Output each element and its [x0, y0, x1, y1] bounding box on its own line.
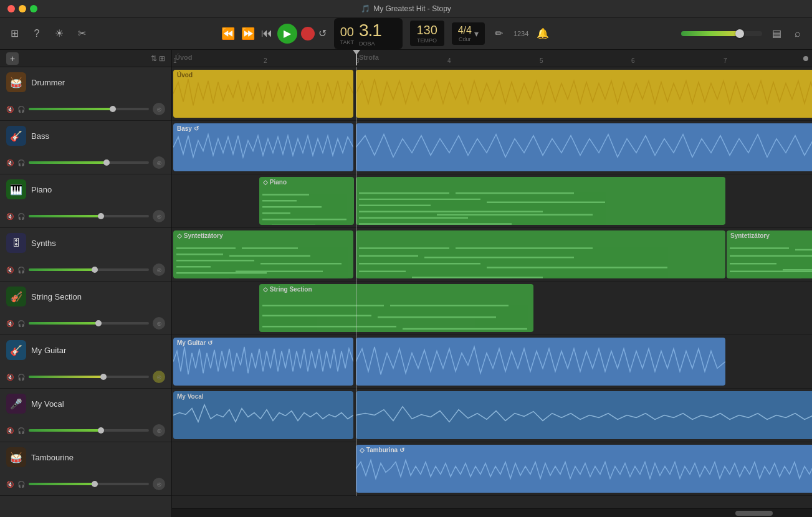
timeline-track-synths[interactable]: ◇ Syntetizátory [172, 228, 812, 282]
h-scroll-thumb[interactable] [735, 511, 773, 516]
volume-slider-drummer[interactable] [29, 108, 149, 110]
region-tambourine[interactable]: ◇ Tamburina ↺ [356, 445, 812, 493]
help-icon[interactable]: ? [30, 27, 44, 40]
headphone-icon-piano[interactable]: 🎧 [17, 213, 25, 220]
track-item-string-section[interactable]: 🎻 String Section 🔇 🎧 ◎ [0, 282, 171, 335]
timeline-track-my-vocal[interactable]: My Vocal [172, 389, 812, 442]
timeline-track-string-section[interactable]: ◇ String Section [172, 282, 812, 335]
mute-icon-bass[interactable]: 🔇 [6, 159, 14, 166]
headphone-icon-synths[interactable]: 🎧 [17, 267, 25, 273]
sort-button[interactable]: ⇅ ⊞ [151, 54, 165, 63]
volume-slider-my-guitar[interactable] [29, 376, 149, 378]
rewind-button[interactable]: ⏪ [220, 27, 236, 40]
region-my-guitar-uvod[interactable]: My Guitar ↺ [173, 338, 353, 386]
volume-slider-string-section[interactable] [29, 322, 149, 325]
volume-slider-piano[interactable] [29, 215, 149, 217]
tostart-button[interactable]: ⏮ [260, 27, 274, 40]
master-volume-thumb[interactable] [735, 29, 744, 38]
timeline-track-drummer[interactable]: Úvod [172, 67, 812, 121]
fastforward-button[interactable]: ⏩ [240, 27, 256, 40]
region-string-section[interactable]: ◇ String Section [259, 284, 533, 332]
mute-icon-tambourine[interactable]: 🔇 [6, 481, 14, 488]
track-item-my-guitar[interactable]: 🎸 My Guitar 🔇 🎧 ◎ [0, 335, 171, 389]
region-drummer-uvod[interactable]: Úvod [173, 70, 353, 118]
pencil-icon[interactable]: ✏ [492, 27, 506, 40]
signature-dropdown-icon[interactable]: ▾ [474, 29, 479, 39]
volume-slider-tambourine[interactable] [29, 483, 149, 485]
maximize-button[interactable] [30, 5, 37, 12]
cycle-button[interactable]: ↺ [318, 27, 327, 39]
timeline-track-bass[interactable]: Basy ↺ [172, 121, 812, 174]
mute-icon-string-section[interactable]: 🔇 [6, 320, 14, 327]
volume-slider-my-vocal[interactable] [29, 429, 149, 432]
region-bass-uvod[interactable]: Basy ↺ [173, 123, 353, 171]
track-item-synths[interactable]: 🎛 Synths 🔇 🎧 ◎ [0, 228, 171, 282]
tempo-display[interactable]: 130 TEMPO [410, 21, 444, 46]
volume-thumb-my-guitar[interactable] [100, 374, 107, 380]
timeline-track-piano[interactable]: ◇ Piano [172, 174, 812, 228]
region-bass-strofa[interactable] [356, 123, 812, 171]
master-volume-slider[interactable] [681, 31, 762, 36]
track-item-drummer[interactable]: 🥁 Drummer 🔇 🎧 ◎ [0, 67, 171, 121]
pan-knob-tambourine[interactable]: ◎ [153, 478, 165, 490]
pan-knob-string-section[interactable]: ◎ [153, 317, 165, 330]
scissors-icon[interactable]: ✂ [75, 27, 88, 40]
volume-thumb-string-section[interactable] [95, 320, 102, 326]
track-item-tambourine[interactable]: 🥁 Tambourine 🔇 🎧 ◎ [0, 442, 171, 496]
volume-slider-bass[interactable] [29, 161, 149, 164]
region-synths-uvod[interactable]: ◇ Syntetizátory [173, 230, 353, 278]
region-drummer-strofa[interactable] [356, 70, 812, 118]
headphone-icon-tambourine[interactable]: 🎧 [17, 481, 25, 488]
track-item-piano[interactable]: 🎹 Piano 🔇 🎧 ◎ [0, 174, 171, 228]
volume-thumb-tambourine[interactable] [92, 481, 98, 487]
headphone-icon-bass[interactable]: 🎧 [17, 159, 25, 166]
volume-thumb-drummer[interactable] [110, 106, 116, 112]
mute-icon-drummer[interactable]: 🔇 [6, 106, 14, 113]
tracks-scroll[interactable]: Úvod [172, 67, 812, 508]
headphone-icon-string-section[interactable]: 🎧 [17, 320, 25, 327]
volume-thumb-my-vocal[interactable] [98, 427, 104, 434]
window-controls[interactable] [7, 5, 37, 12]
volume-thumb-bass[interactable] [103, 159, 110, 166]
add-track-button[interactable]: + [6, 52, 19, 65]
pan-knob-bass[interactable]: ◎ [153, 156, 165, 169]
region-piano-strofa[interactable] [356, 177, 725, 225]
horizontal-scrollbar[interactable] [172, 508, 812, 517]
region-my-vocal-strofa[interactable] [356, 391, 812, 439]
close-button[interactable] [7, 5, 15, 12]
track-item-bass[interactable]: 🎸 Bass 🔇 🎧 ◎ [0, 121, 171, 174]
pan-knob-my-guitar[interactable]: ◎ [153, 371, 165, 383]
volume-thumb-synths[interactable] [92, 267, 98, 273]
position-display[interactable]: 00 TAKT 3.1 DOBA [334, 18, 403, 49]
metronome-icon[interactable]: 🔔 [536, 27, 550, 40]
region-my-guitar-strofa[interactable] [356, 338, 725, 386]
minimize-button[interactable] [19, 5, 26, 12]
pan-knob-piano[interactable]: ◎ [153, 210, 165, 222]
mute-icon-piano[interactable]: 🔇 [6, 213, 14, 220]
headphone-icon-drummer[interactable]: 🎧 [17, 106, 25, 113]
mute-icon-synths[interactable]: 🔇 [6, 267, 14, 273]
track-item-my-vocal[interactable]: 🎤 My Vocal 🔇 🎧 ◎ [0, 389, 171, 442]
pan-knob-my-vocal[interactable]: ◎ [153, 424, 165, 437]
search-icon[interactable]: ⌕ [791, 27, 805, 40]
record-button[interactable] [301, 27, 315, 40]
mute-icon-my-vocal[interactable]: 🔇 [6, 427, 14, 434]
play-button[interactable]: ▶ [277, 24, 297, 44]
headphone-icon-my-vocal[interactable]: 🎧 [17, 427, 25, 434]
region-my-vocal-uvod[interactable]: My Vocal [173, 391, 353, 439]
volume-slider-synths[interactable] [29, 268, 149, 271]
volume-thumb-piano[interactable] [98, 213, 104, 219]
mute-icon-my-guitar[interactable]: 🔇 [6, 374, 14, 381]
settings-icon[interactable]: ☀ [52, 27, 66, 40]
timeline-track-my-guitar[interactable]: My Guitar ↺ [172, 335, 812, 389]
timeline-ruler[interactable]: Úvod Strofa Refrén 1 2 3 4 5 6 7 [172, 50, 812, 67]
timeline-track-tambourine[interactable]: ◇ Tamburina ↺ [172, 442, 812, 496]
library-icon[interactable]: ⊞ [7, 27, 21, 40]
region-synths-strofa[interactable] [356, 230, 725, 278]
region-synths-refren[interactable]: Syntetizátory [727, 230, 812, 278]
signature-display[interactable]: 4/4 Cdur ▾ [452, 22, 485, 45]
pan-knob-synths[interactable]: ◎ [153, 263, 165, 276]
headphone-icon-my-guitar[interactable]: 🎧 [17, 374, 25, 381]
library-list-icon[interactable]: ▤ [770, 27, 783, 40]
region-piano-intro[interactable]: ◇ Piano [259, 177, 354, 225]
